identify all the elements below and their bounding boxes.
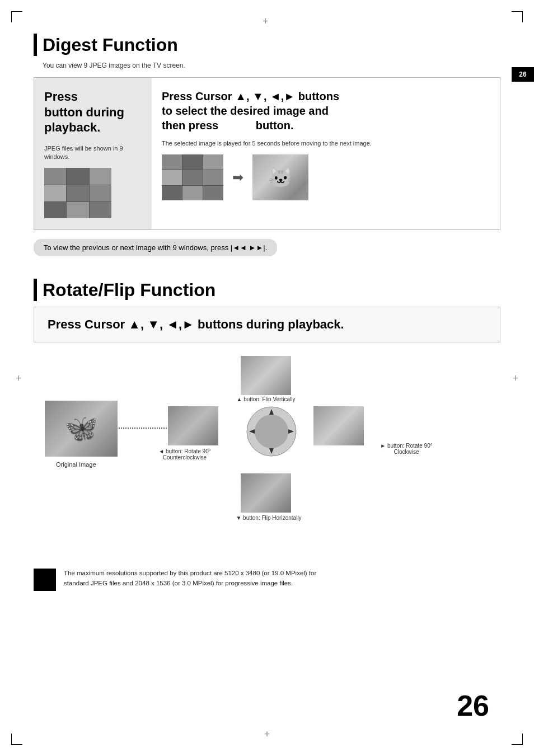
note-box: The maximum resolutions supported by thi… [34,563,500,597]
cat-image [252,154,308,200]
digest-cursor-text: Press Cursor ▲, ▼, ◄,► buttons to select… [162,89,490,133]
thumb-cell [162,170,182,185]
digest-thumb-grid-right [162,154,223,200]
thumb-cell [44,202,66,218]
digest-title: Digest Function [43,35,178,55]
thumb-cell [162,186,182,201]
flip-horizontal-image [241,473,291,513]
digest-section-title: Digest Function [34,34,500,56]
cursor-instruction-box: Press Cursor ▲, ▼, ◄,► buttons during pl… [34,307,500,342]
thumb-cell [203,170,223,185]
corner-mark-bl [11,734,22,745]
thumb-cell [44,185,66,201]
rotate-cw-image [313,406,364,445]
dotted-connector [119,428,169,429]
corner-mark-br [512,734,523,745]
flip-vertical-label: ▲ button: Flip Vertically [224,396,308,402]
digest-images-row: ➡ [162,154,490,200]
rotate-title: Rotate/Flip Function [43,280,216,300]
section-bar-rotate [34,279,37,301]
digest-press-text: Pressbutton duringplayback. [44,89,142,135]
rotate-ccw-label: ◄ button: Rotate 90° Counterclockwise [151,448,218,461]
svg-point-5 [255,415,288,448]
original-image-label: Original Image [56,461,96,468]
flip-horizontal-label: ▼ button: Flip Horizontally [224,515,313,521]
thumb-cell [67,168,88,184]
digest-right-bullet: The selected image is played for 5 secon… [162,139,490,148]
digest-left-bullet: JPEG files will be shown in 9 windows. [44,144,142,162]
digest-boxes: Pressbutton duringplayback. JPEG files w… [34,77,500,230]
rotate-section-title: Rotate/Flip Function [34,279,500,301]
thumb-cell [67,202,88,218]
note-text: The maximum resolutions supported by thi… [64,569,316,589]
main-content: Digest Function You can view 9 JPEG imag… [34,34,500,597]
digest-right-box: Press Cursor ▲, ▼, ◄,► buttons to select… [152,78,500,229]
thumb-cell [182,186,203,201]
thumb-cell [44,168,66,184]
rotate-section: Rotate/Flip Function Press Cursor ▲, ▼, … [34,279,500,597]
thumb-cell [203,154,223,170]
thumb-cell [90,168,111,184]
crosshair-bottom [264,729,270,740]
corner-mark-tl [11,11,22,22]
page-number: 26 [457,689,489,722]
digest-subtitle: You can view 9 JPEG images on the TV scr… [43,62,500,69]
page-tab: 26 [512,67,534,82]
thumb-cell [182,154,203,170]
rotate-ccw-image [168,406,218,445]
thumb-cell [162,154,182,170]
digest-thumb-grid-left [44,168,111,218]
digest-left-box: Pressbutton duringplayback. JPEG files w… [34,78,152,229]
thumb-cell [203,186,223,201]
section-bar-digest [34,34,37,56]
crosshair-top [261,16,273,27]
flip-vertical-image [241,356,291,395]
digest-tip: To view the previous or next image with … [34,239,277,256]
thumb-cell [67,185,88,201]
rotate-cw-label: ► button: Rotate 90° Clockwise [367,443,446,455]
corner-mark-tr [512,11,523,22]
thumb-cell [90,185,111,201]
arrow-right-icon: ➡ [232,170,243,185]
crosshair-mid-right [512,372,518,384]
center-rotation-wheel [245,405,298,458]
note-icon [34,569,56,591]
original-image [45,401,118,457]
crosshair-mid-left [16,372,22,384]
thumb-cell [182,170,203,185]
thumb-cell [90,202,111,218]
rotate-diagram: Original Image [34,356,500,546]
cursor-instruction-text: Press Cursor ▲, ▼, ◄,► buttons during pl… [48,317,344,332]
